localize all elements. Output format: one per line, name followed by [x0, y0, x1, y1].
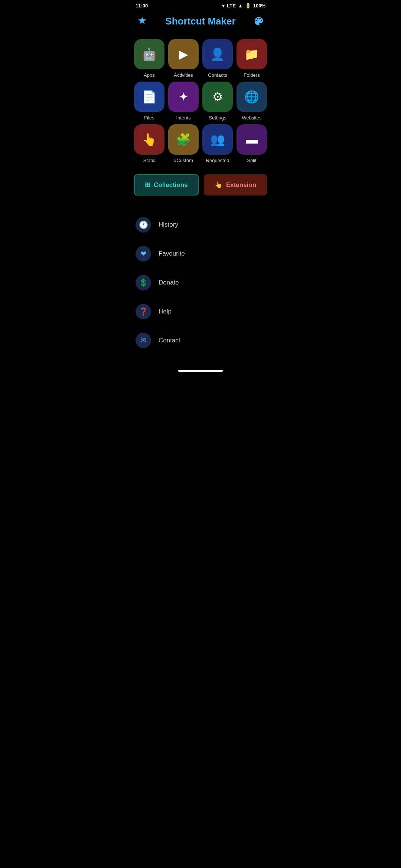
history-icon: 🕐	[136, 217, 151, 233]
contact-label: Contact	[159, 337, 180, 344]
action-buttons-row: ⊞ Collections 👆 Extension	[128, 171, 273, 207]
apps-icon: 🤖	[134, 39, 164, 69]
help-label: Help	[159, 308, 172, 315]
extension-button[interactable]: 👆 Extension	[204, 174, 267, 195]
static-label: Static	[143, 158, 156, 163]
split-label: Split	[247, 158, 256, 163]
static-icon: 👆	[134, 124, 164, 155]
badge-icon[interactable]	[136, 14, 149, 28]
donate-label: Donate	[159, 279, 179, 286]
help-icon: ❓	[136, 304, 151, 319]
activities-icon: ▶	[168, 39, 199, 69]
collections-label: Collections	[154, 181, 188, 189]
wifi-icon: ▾	[222, 3, 225, 9]
favourite-label: Favourite	[159, 250, 185, 257]
menu-item-favourite[interactable]: ❤ Favourite	[136, 239, 265, 268]
grid-item-split[interactable]: ▬ Split	[237, 124, 267, 163]
grid-item-contacts[interactable]: 👤 Contacts	[202, 39, 233, 78]
grid-item-intents[interactable]: ✦ Intents	[168, 82, 199, 121]
intents-icon: ✦	[168, 82, 199, 112]
app-title: Shortcut Maker	[149, 16, 252, 27]
battery-label: 100%	[253, 3, 265, 9]
battery-icon: 🔋	[245, 3, 251, 9]
files-icon: 📄	[134, 82, 164, 112]
shortcut-grid: 🤖 Apps ▶ Activities 👤 Contacts 📁 Folders…	[128, 35, 273, 171]
signal-icon: ▲	[238, 3, 243, 9]
menu-item-donate[interactable]: 💲 Donate	[136, 268, 265, 297]
custom-label: #Custom	[174, 158, 193, 163]
websites-label: Websites	[242, 115, 261, 121]
time-display: 11:00	[136, 3, 148, 9]
grid-item-files[interactable]: 📄 Files	[134, 82, 164, 121]
collections-button[interactable]: ⊞ Collections	[134, 174, 199, 195]
websites-icon: 🌐	[237, 82, 267, 112]
custom-icon: 🧩	[168, 124, 199, 155]
grid-item-custom[interactable]: 🧩 #Custom	[168, 124, 199, 163]
extension-icon: 👆	[215, 181, 222, 189]
grid-item-websites[interactable]: 🌐 Websites	[237, 82, 267, 121]
folders-icon: 📁	[237, 39, 267, 69]
split-icon: ▬	[237, 124, 267, 155]
favourite-icon: ❤	[136, 246, 151, 262]
menu-item-help[interactable]: ❓ Help	[136, 297, 265, 326]
intents-label: Intents	[176, 115, 190, 121]
requested-icon: 👥	[202, 124, 233, 155]
palette-icon[interactable]	[252, 14, 265, 28]
grid-item-settings[interactable]: ⚙ Settings	[202, 82, 233, 121]
status-icons: ▾ LTE ▲ 🔋 100%	[222, 3, 265, 9]
menu-item-contact[interactable]: ✉ Contact	[136, 326, 265, 355]
grid-item-requested[interactable]: 👥 Requested	[202, 124, 233, 163]
contacts-label: Contacts	[208, 72, 227, 78]
requested-label: Requested	[206, 158, 229, 163]
activities-label: Activities	[174, 72, 193, 78]
menu-item-history[interactable]: 🕐 History	[136, 210, 265, 239]
collections-icon: ⊞	[145, 181, 150, 189]
extension-label: Extension	[226, 181, 256, 189]
lte-label: LTE	[227, 3, 236, 9]
grid-item-folders[interactable]: 📁 Folders	[237, 39, 267, 78]
grid-item-activities[interactable]: ▶ Activities	[168, 39, 199, 78]
donate-icon: 💲	[136, 275, 151, 290]
menu-list: 🕐 History ❤ Favourite 💲 Donate ❓ Help ✉ …	[128, 207, 273, 366]
grid-item-static[interactable]: 👆 Static	[134, 124, 164, 163]
home-indicator	[178, 370, 223, 372]
status-bar: 11:00 ▾ LTE ▲ 🔋 100%	[128, 0, 273, 10]
folders-label: Folders	[244, 72, 260, 78]
apps-label: Apps	[144, 72, 155, 78]
app-header: Shortcut Maker	[128, 10, 273, 35]
contact-icon: ✉	[136, 333, 151, 348]
grid-item-apps[interactable]: 🤖 Apps	[134, 39, 164, 78]
files-label: Files	[144, 115, 154, 121]
settings-label: Settings	[209, 115, 226, 121]
history-label: History	[159, 221, 178, 228]
settings-icon: ⚙	[202, 82, 233, 112]
contacts-icon: 👤	[202, 39, 233, 69]
